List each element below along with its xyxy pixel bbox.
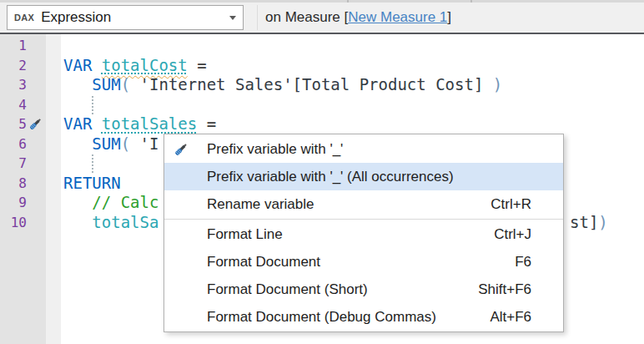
screwdriver-icon[interactable] <box>28 117 43 131</box>
code-line[interactable]: VAR totalSales = <box>63 114 644 134</box>
code-token: VAR <box>63 114 92 133</box>
code-token: ( <box>121 75 130 94</box>
menu-item[interactable]: Format Document (Short)Shift+F6 <box>164 276 563 303</box>
gutter-row: 9 <box>0 193 61 213</box>
context-menu: Prefix variable with '_'Prefix variable … <box>164 134 564 332</box>
line-number: 7 <box>0 155 27 171</box>
menu-item[interactable]: Format Document (Debug Commas)Alt+F6 <box>164 303 563 331</box>
code-token: ( <box>121 134 130 153</box>
line-number: 10 <box>0 215 27 230</box>
expression-selector-value: Expression <box>41 9 111 26</box>
expression-selector-dropdown[interactable]: DAX Expression <box>7 5 244 30</box>
gutter-row: 7 <box>0 154 61 174</box>
gutter-row: 2 <box>0 56 61 76</box>
expression-toolbar: DAX Expression on Measure [New Measure 1… <box>0 3 644 34</box>
code-token: totalCost <box>102 56 188 74</box>
code-token <box>63 75 92 94</box>
menu-icon-placeholder <box>174 255 189 270</box>
menu-item[interactable]: Rename variableCtrl+R <box>164 190 563 218</box>
code-token: // Calc <box>92 193 158 211</box>
menu-item[interactable]: Prefix variable with '_' <box>164 135 563 163</box>
code-line-overflow: st]) <box>570 213 608 233</box>
menu-item[interactable]: Format LineCtrl+J <box>164 220 563 248</box>
code-line[interactable]: VAR totalCost = <box>63 56 644 76</box>
gutter-row: 4 <box>0 95 61 115</box>
code-token: 'Internet Sales'[Total Product Cost] <box>140 75 484 94</box>
indent-guide <box>92 154 93 173</box>
code-token <box>197 114 206 133</box>
menu-item-shortcut: Ctrl+R <box>491 196 531 213</box>
code-token: totalSales <box>102 114 197 133</box>
dax-editor-window: DAX Expression on Measure [New Measure 1… <box>0 0 644 344</box>
menu-icon-placeholder <box>174 227 189 242</box>
gutter-row: 3 <box>0 75 61 95</box>
code-token: st] <box>570 213 598 231</box>
line-number: 3 <box>0 77 27 93</box>
indent-guide <box>92 96 93 114</box>
code-token: SUM <box>92 134 120 153</box>
line-number: 9 <box>0 195 27 210</box>
code-token: VAR <box>63 56 92 74</box>
gutter: 12345678910 <box>0 36 61 232</box>
gutter-row: 5 <box>0 114 61 134</box>
menu-item-shortcut: Alt+F6 <box>490 309 531 326</box>
code-token <box>130 75 139 94</box>
code-token: totalSa <box>92 213 158 231</box>
code-token: = <box>207 114 216 133</box>
code-line[interactable] <box>63 95 644 115</box>
code-token <box>92 56 101 74</box>
code-token: ) <box>598 213 607 231</box>
menu-icon-placeholder <box>174 169 189 185</box>
code-line[interactable]: SUM( 'Internet Sales'[Total Product Cost… <box>63 75 644 95</box>
gutter-row: 6 <box>0 134 61 154</box>
menu-item-label: Format Document (Debug Commas) <box>207 309 490 326</box>
menu-item-shortcut: Shift+F6 <box>478 281 531 298</box>
line-number: 4 <box>0 97 27 113</box>
menu-icon-placeholder <box>174 282 189 297</box>
line-number: 2 <box>0 58 27 73</box>
code-token <box>63 134 92 153</box>
menu-item-label: Rename variable <box>207 196 491 213</box>
menu-item-shortcut: F6 <box>515 254 531 271</box>
code-token <box>92 114 101 133</box>
menu-item[interactable]: Prefix variable with '_' (All occurrence… <box>164 163 563 190</box>
toolbar-divider <box>257 5 258 30</box>
menu-icon-placeholder <box>174 310 189 325</box>
menu-item[interactable]: Format DocumentF6 <box>164 248 563 276</box>
menu-item-label: Prefix variable with '_' <box>207 141 531 158</box>
code-token: ) <box>493 75 502 94</box>
measure-context-prefix: on Measure [ <box>265 9 348 26</box>
menu-item-label: Prefix variable with '_' (All occurrence… <box>207 169 531 185</box>
gutter-row: 10 <box>0 213 61 233</box>
screwdriver-icon <box>174 142 189 157</box>
code-token: totalCost <box>102 56 188 74</box>
chevron-down-icon <box>229 16 236 20</box>
measure-context-suffix: ] <box>447 9 451 26</box>
code-token <box>63 193 92 211</box>
dax-badge: DAX <box>14 13 34 23</box>
code-token: SUM <box>92 75 120 94</box>
menu-item-label: Format Document (Short) <box>207 281 478 298</box>
measure-context: on Measure [New Measure 1] <box>265 3 451 33</box>
code-token <box>130 134 139 153</box>
code-token: = <box>197 56 206 74</box>
gutter-row: 1 <box>0 36 61 56</box>
menu-item-shortcut: Ctrl+J <box>494 226 531 243</box>
line-number: 8 <box>0 175 27 191</box>
line-number: 1 <box>0 38 27 53</box>
code-token <box>188 56 197 74</box>
menu-item-label: Format Line <box>207 226 494 243</box>
measure-name-link[interactable]: New Measure 1 <box>348 9 447 26</box>
line-number: 6 <box>0 136 27 152</box>
menu-icon-placeholder <box>174 197 189 212</box>
code-token: RETURN <box>63 174 121 192</box>
code-line[interactable] <box>63 36 644 56</box>
menu-item-label: Format Document <box>207 254 515 271</box>
gutter-row: 8 <box>0 174 61 194</box>
code-token <box>63 213 92 231</box>
code-token: 'I <box>140 134 159 153</box>
menu-separator <box>164 219 563 220</box>
line-number: 5 <box>0 116 27 132</box>
code-token <box>483 75 492 94</box>
